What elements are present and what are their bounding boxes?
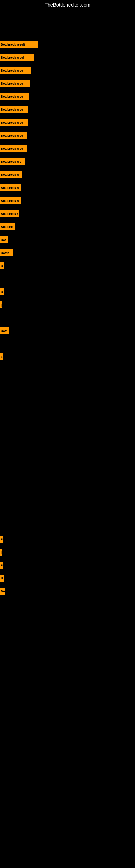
- bar-row: B: [0, 261, 4, 271]
- bar-row: E: [0, 534, 3, 545]
- bar-label: B: [0, 575, 4, 582]
- bar-row: Bottleneck re: [0, 195, 20, 206]
- bar-label: Bottleneck resu: [0, 80, 30, 87]
- bar-label: Bottleneck resu: [0, 132, 27, 139]
- bar-row: Bottlene: [0, 222, 15, 232]
- bar-label: Bottleneck re: [0, 184, 21, 191]
- bar-row: Bottleneck resu: [0, 144, 27, 154]
- bar-row: Bottleneck resu: [0, 118, 28, 128]
- bar-label: Bottleneck resu: [0, 93, 29, 100]
- bar-row: E: [0, 352, 3, 362]
- bar-row: Bott: [0, 326, 9, 336]
- bar-label: Bottleneck resu: [0, 67, 31, 74]
- bar-row: Bot: [0, 235, 8, 245]
- bar-row: |: [0, 547, 2, 557]
- bar-row: Bottleneck result: [0, 39, 38, 50]
- bar-label: B: [0, 288, 4, 296]
- bar-label: Bottleneck r: [0, 210, 19, 217]
- bar-row: Bottleneck res: [0, 156, 26, 167]
- bar-label: |: [0, 301, 2, 308]
- bar-row: Bottleneck resul: [0, 52, 34, 63]
- bar-row: Bottleneck resu: [0, 130, 27, 141]
- bar-row: Bottleneck resu: [0, 104, 28, 115]
- bar-label: Bot: [0, 236, 8, 243]
- bar-row: Bottleneck resu: [0, 65, 31, 76]
- bar-row: Bo: [0, 586, 5, 596]
- bar-row: Bottleneck resu: [0, 91, 29, 102]
- bar-row: B: [0, 287, 4, 297]
- bar-row: Bottleneck re: [0, 183, 21, 193]
- bar-label: Bottleneck resu: [0, 145, 27, 152]
- bar-row: B: [0, 573, 4, 584]
- bar-label: Bottleneck res: [0, 158, 26, 165]
- bar-label: Bottle: [0, 249, 13, 256]
- bar-label: Bottleneck re: [0, 197, 20, 204]
- bar-label: Bottleneck re: [0, 171, 21, 178]
- bar-label: Bottlene: [0, 223, 15, 230]
- bar-label: Bo: [0, 588, 5, 595]
- bar-label: E: [0, 562, 3, 569]
- bar-label: Bottleneck resu: [0, 119, 28, 126]
- bar-label: E: [0, 536, 3, 543]
- bar-row: E: [0, 560, 3, 570]
- bar-label: Bottleneck resul: [0, 54, 34, 61]
- bar-label: B: [0, 262, 4, 269]
- bar-label: |: [0, 549, 2, 556]
- bar-label: Bottleneck resu: [0, 106, 28, 113]
- bar-row: |: [0, 300, 2, 310]
- bar-row: Bottle: [0, 248, 13, 258]
- bar-row: Bottleneck resu: [0, 79, 30, 89]
- bar-label: E: [0, 353, 3, 361]
- bar-label: Bottleneck result: [0, 41, 38, 48]
- bar-row: Bottleneck re: [0, 169, 21, 180]
- bar-label: Bott: [0, 328, 9, 335]
- bar-row: Bottleneck r: [0, 209, 19, 219]
- site-title: TheBottlenecker.com: [0, 0, 135, 9]
